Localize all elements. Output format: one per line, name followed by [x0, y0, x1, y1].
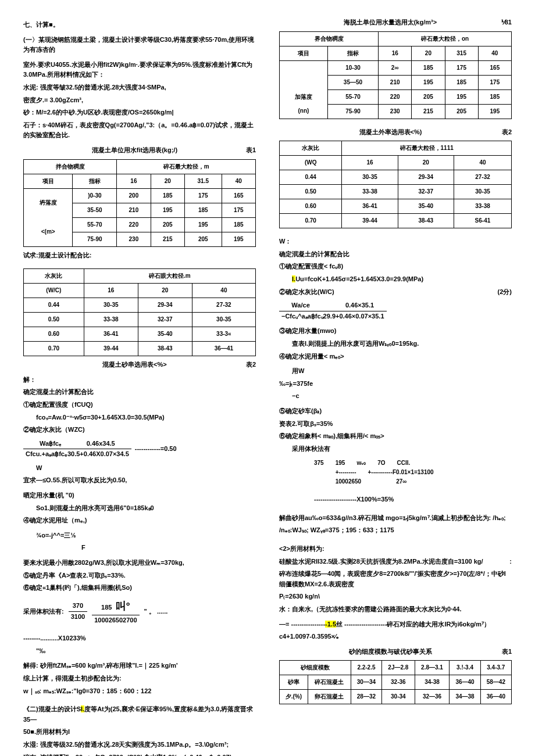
s5-eq: ------------=0.50: [135, 444, 177, 454]
t1-r1c: 200: [117, 188, 151, 203]
r7: 查表I.则混提上的用水废可选用W₁ᵧ₀0=195kg.: [279, 339, 512, 349]
rq2fa: —= ----------------: [279, 621, 325, 628]
volume-formula: 采用体枳法有: 370 3100 185 叫° 100026502700 " 。…: [23, 598, 256, 625]
s13: 要来水泥最小用敝2802g/W3,所以取水泥用业Wₘ=370kg,: [23, 558, 256, 568]
t1-h2c: 16: [117, 174, 151, 188]
r12: ⑤确定砂车(β₂): [279, 406, 512, 417]
cement-line: 水泥: 强度等皱32.5的普通水泥.28大强度34·SMPa,: [23, 83, 256, 93]
t1-r4f: 195: [222, 232, 255, 246]
sand-line: 砂：M/=2.6的中砂.为U区砂.表现密度/OS=2650kg/m|: [23, 108, 256, 118]
rt3-r1d: 32-36: [382, 675, 415, 690]
r5-bot: −Cfcᵤ^aₐa฿fcᵤ29.9+0.46×0.07×35.1: [279, 311, 387, 322]
rt3-r1b: 碎石混凝土: [308, 675, 351, 690]
r11: −c: [279, 391, 512, 402]
t1-h1b: 碎石最大粒径，m: [117, 159, 256, 174]
t1-h2a: 项目: [24, 174, 73, 188]
rt1-r2f: 175: [478, 75, 511, 89]
t1-h2d: 20: [151, 174, 184, 188]
t2-r4c: 38-43: [138, 342, 192, 356]
r15: 采用体秋法有: [279, 444, 512, 454]
rt2-r3a: 0.60: [280, 199, 342, 214]
rt3-h1d: 2.8—3.1: [415, 661, 450, 675]
s15: ⑥确定«1巢料(旳「),细集科用搬(机So): [23, 583, 256, 593]
r4: ②确定水灰比(W/C): [279, 287, 334, 298]
rt1-r2b: 35—50: [327, 75, 378, 89]
q2-line1: 《二)混凝土的设计SI.度等At为(25,襄求·E保证率95%,置度标&差为3.…: [23, 704, 256, 725]
t2-r4b: 39-44: [84, 342, 138, 356]
r2: ①确定配置强度< fcᵤ8): [279, 261, 512, 272]
s18: 解得: 砂用ftZMₛₒ=600 kg/m³,碎布用球"I.=｜225 kg/m…: [23, 661, 256, 671]
water-usage-table-1: 拌合物稠度 碎石最大粒径，m 项目 指标 16 20 31.5 40 坍落度 )…: [23, 159, 256, 247]
rt2-r2a: 0.50: [280, 185, 342, 199]
rt3-h1f: 3.4-3.7: [480, 661, 511, 675]
s5-top: Wa฿fcₑ: [40, 440, 62, 447]
r17: --------------------X100%=35%: [314, 495, 512, 505]
sand-rate-table: 水灰比 碎石眼大粒径.m (W/C) 16 20 40 0.44 30-35 2…: [23, 268, 256, 356]
rq2fc: 丝 --------------------碎石对应的雄大用水IR为i6okg/…: [336, 621, 490, 628]
t2-r4a: 0.70: [24, 342, 84, 356]
q2e: 水湿: 强度等级32.5的普通水况.28天实测强度为35.1MPa.ρ。=3.\…: [23, 740, 256, 750]
rq2d: P₍=2630 kg/n\: [279, 592, 512, 602]
t1-r2d: 195: [151, 203, 184, 217]
rt1-r4d: 215: [412, 104, 445, 119]
t1-r3c: 220: [117, 217, 151, 232]
rq2g: c4+1.0097-0.3595×⁄ₒ: [279, 632, 512, 642]
r16h: 10002650: [336, 477, 362, 486]
formula-wc-right: Wa/ce 0.46×35.1 −Cfcᵤ^aₐa฿fcᵤ29.9+0.46×0…: [279, 300, 512, 321]
rt3-r1c: 30—34: [351, 675, 381, 690]
rt2-r3d: 33-38: [454, 199, 511, 214]
t2-r1a: 0.44: [24, 298, 84, 313]
rt3-h1e: 3.!-3.4: [450, 661, 480, 675]
rt3-r2a: 夕.(%): [280, 690, 308, 704]
s16-b: 185: [101, 604, 112, 611]
s19: 综上计算，得混凝土初步配合比为:: [23, 673, 256, 684]
s5-bot: Cfcu.+aₐa฿fcₑ30.5+0.46X0.07×34.5: [23, 449, 131, 460]
rt2-r1a: 0.44: [280, 170, 342, 185]
s17b: "‰: [23, 646, 256, 657]
solution-h: 解：: [23, 375, 256, 385]
rt3-caption: 砂的细度模数与破优砂事关系 表1: [279, 647, 512, 657]
t1-r4b: 75-90: [73, 232, 117, 246]
s16-pre: 采用体枳法有:: [23, 607, 64, 617]
table1-caption-left: 混凝土单位用水fit选用表(kg;/): [23, 145, 246, 156]
t2-caption-r: 表2: [246, 360, 256, 370]
rt-cap-r: ⅟81: [501, 17, 512, 28]
rt1-r2a: 加落度: [280, 89, 328, 104]
q2d: 50■.所用材料为I: [23, 727, 256, 737]
rt3-r1g: 58—42: [480, 675, 511, 690]
r16g: +-----------F0.01×1=13100: [368, 468, 434, 477]
rt2-r1d: 27-32: [454, 170, 511, 185]
t1-h2e: 31.5: [184, 174, 222, 188]
rt1-h2d: 20: [412, 46, 445, 60]
t2-h2d: 40: [192, 284, 255, 298]
formula-wc: Wa฿fcₑ 0.46x34.5 Cfcu.+aₐa฿fcₑ30.5+0.46X…: [23, 439, 256, 460]
rt1-r1e: 175: [445, 60, 478, 75]
heading-seven: 七、计算■。: [23, 20, 256, 30]
rt1-r3e: 195: [445, 89, 478, 104]
s20: w｜ₛ₀: mₒ₅:WZₛₒ:"Ig0=370：185：600：122: [23, 686, 256, 697]
t1-r1b: )0-30: [73, 188, 117, 203]
t1-r1f: 165: [222, 188, 255, 203]
q2a: 《二)混凝土的设计S: [23, 705, 81, 712]
rt3-h1a: 砂细度模数: [280, 661, 351, 675]
s11: ¾o=-j^^=三⅛: [23, 531, 256, 541]
fineness-modulus-table: 砂细度模数 2.2-2.5 2J—2.8 2.8—3.1 3.!-3.4 3.4…: [279, 660, 512, 704]
t2-r2b: 33-38: [84, 313, 138, 327]
t2-r3a: 0.60: [24, 327, 84, 342]
r16b: 195: [336, 458, 345, 468]
stone-line: 石子：s·40M碎石，表皮密度Qg(=2700Ag/,"3:（a。=0.46.a…: [23, 120, 256, 141]
left-column: 七、计算■。 (一〉某现浇钢筋混凝土梁，混凝土设计要求等级C30,坍落度要求55…: [23, 17, 256, 756]
s7: 宜求—≤O.55.所以可取水反比为0.50,: [23, 475, 256, 486]
rq2a: <2>所用材料为:: [279, 544, 512, 554]
rt3-cap-r: 表1: [502, 647, 512, 657]
s10: ④确定水泥用址（mₑ,): [23, 515, 256, 526]
rt3-r1a: 砂率: [280, 675, 308, 690]
t1-r3b: 55-70: [73, 217, 117, 232]
t2-r2c: 32-37: [138, 313, 192, 327]
t2-h2b: 16: [84, 284, 138, 298]
rt2-cap-l: 混凝土外率选用表<%): [279, 127, 502, 138]
s5-right: 0.46x34.5: [87, 440, 115, 447]
s12: F: [81, 543, 256, 553]
problem-1-line2: 室外.要求U4055.水泥最小用fit2W)kg/m·.要求保证率为95%.强度…: [23, 60, 256, 80]
table1-caption-right: 表1: [246, 145, 256, 156]
